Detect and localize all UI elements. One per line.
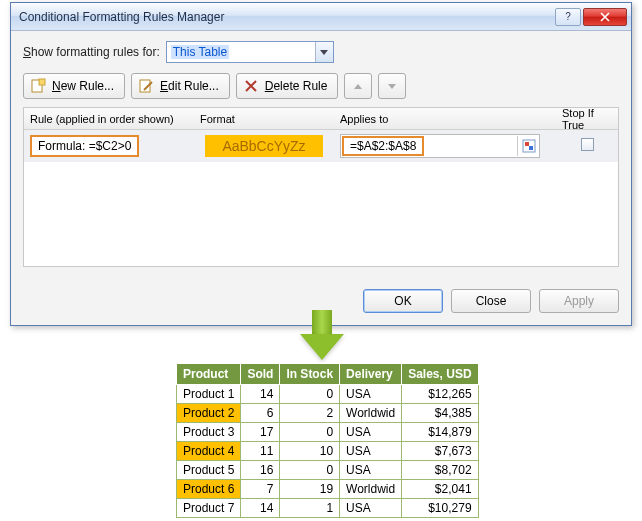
scope-value: This Table (171, 45, 229, 59)
table-cell: 6 (241, 404, 280, 423)
svg-rect-1 (39, 79, 45, 85)
table-cell: $8,702 (402, 461, 478, 480)
col-applies: Applies to (334, 113, 556, 125)
table-cell: 1 (280, 499, 340, 518)
table-cell: $2,041 (402, 480, 478, 499)
table-cell: 0 (280, 423, 340, 442)
edit-rule-icon (138, 78, 154, 94)
table-row[interactable]: Product 5160USA$8,702 (177, 461, 479, 480)
new-rule-button[interactable]: New Rule... (23, 73, 125, 99)
table-cell: Worldwid (340, 404, 402, 423)
table-row[interactable]: Product 3170USA$14,879 (177, 423, 479, 442)
table-cell: Product 6 (177, 480, 241, 499)
table-cell: $10,279 (402, 499, 478, 518)
table-cell: USA (340, 442, 402, 461)
table-row[interactable]: Product 1140USA$12,265 (177, 385, 479, 404)
new-rule-icon (30, 78, 46, 94)
table-cell: 0 (280, 461, 340, 480)
table-cell: 14 (241, 385, 280, 404)
delete-rule-button[interactable]: Delete Rule (236, 73, 339, 99)
rule-row[interactable]: Formula: =$C2>0 AaBbCcYyZz =$A$2:$A$8 (24, 130, 618, 162)
table-cell: USA (340, 499, 402, 518)
col-rule: Rule (applied in order shown) (24, 113, 194, 125)
table-cell: $4,385 (402, 404, 478, 423)
svg-rect-4 (525, 142, 529, 146)
range-picker-button[interactable] (517, 136, 539, 156)
dialog-title: Conditional Formatting Rules Manager (19, 10, 553, 24)
result-table: ProductSoldIn StockDeliverySales, USD Pr… (176, 363, 479, 518)
table-cell: USA (340, 385, 402, 404)
col-format: Format (194, 113, 334, 125)
table-cell: 19 (280, 480, 340, 499)
table-cell: Product 3 (177, 423, 241, 442)
close-window-button[interactable] (583, 8, 627, 26)
table-cell: USA (340, 423, 402, 442)
move-down-button[interactable] (378, 73, 406, 99)
close-button[interactable]: Close (451, 289, 531, 313)
table-row[interactable]: Product 262Worldwid$4,385 (177, 404, 479, 423)
table-cell: 7 (241, 480, 280, 499)
conditional-formatting-dialog: Conditional Formatting Rules Manager ? S… (10, 2, 632, 326)
stop-if-true-checkbox[interactable] (581, 138, 594, 151)
table-cell: Product 7 (177, 499, 241, 518)
table-cell: Product 2 (177, 404, 241, 423)
delete-rule-label: elete Rule (273, 79, 327, 93)
titlebar[interactable]: Conditional Formatting Rules Manager ? (11, 3, 631, 31)
table-header: Delivery (340, 364, 402, 385)
applies-to-input[interactable]: =$A$2:$A$8 (340, 134, 540, 158)
svg-rect-5 (529, 146, 533, 150)
rules-grid: Rule (applied in order shown) Format App… (23, 107, 619, 267)
table-cell: USA (340, 461, 402, 480)
applies-to-value: =$A$2:$A$8 (342, 136, 424, 156)
ok-button[interactable]: OK (363, 289, 443, 313)
help-icon: ? (565, 11, 571, 22)
table-cell: 10 (280, 442, 340, 461)
table-cell: 2 (280, 404, 340, 423)
range-picker-icon (522, 139, 536, 153)
edit-rule-label: dit Rule... (168, 79, 219, 93)
delete-icon (243, 78, 259, 94)
apply-button[interactable]: Apply (539, 289, 619, 313)
chevron-down-icon (388, 84, 396, 89)
table-cell: 11 (241, 442, 280, 461)
table-cell: $7,673 (402, 442, 478, 461)
rule-formula: Formula: =$C2>0 (30, 135, 139, 157)
move-up-button[interactable] (344, 73, 372, 99)
table-row[interactable]: Product 41110USA$7,673 (177, 442, 479, 461)
table-header: Sold (241, 364, 280, 385)
edit-rule-button[interactable]: Edit Rule... (131, 73, 230, 99)
arrow-down-graphic (300, 310, 344, 364)
help-button[interactable]: ? (555, 8, 581, 26)
table-cell: $12,265 (402, 385, 478, 404)
chevron-up-icon (354, 84, 362, 89)
table-header: Sales, USD (402, 364, 478, 385)
table-cell: $14,879 (402, 423, 478, 442)
show-rules-label: Show formatting rules for: (23, 45, 160, 59)
table-row[interactable]: Product 6719Worldwid$2,041 (177, 480, 479, 499)
table-cell: Product 5 (177, 461, 241, 480)
close-icon (600, 12, 610, 22)
table-cell: 17 (241, 423, 280, 442)
table-row[interactable]: Product 7141USA$10,279 (177, 499, 479, 518)
new-rule-label: ew Rule... (61, 79, 114, 93)
table-cell: 0 (280, 385, 340, 404)
table-header: In Stock (280, 364, 340, 385)
format-preview: AaBbCcYyZz (205, 135, 323, 157)
scope-select[interactable]: This Table (166, 41, 334, 63)
table-cell: Product 4 (177, 442, 241, 461)
table-cell: 16 (241, 461, 280, 480)
chevron-down-icon (315, 42, 333, 62)
table-header: Product (177, 364, 241, 385)
table-cell: Worldwid (340, 480, 402, 499)
table-cell: Product 1 (177, 385, 241, 404)
col-stop: Stop If True (556, 107, 618, 131)
table-cell: 14 (241, 499, 280, 518)
